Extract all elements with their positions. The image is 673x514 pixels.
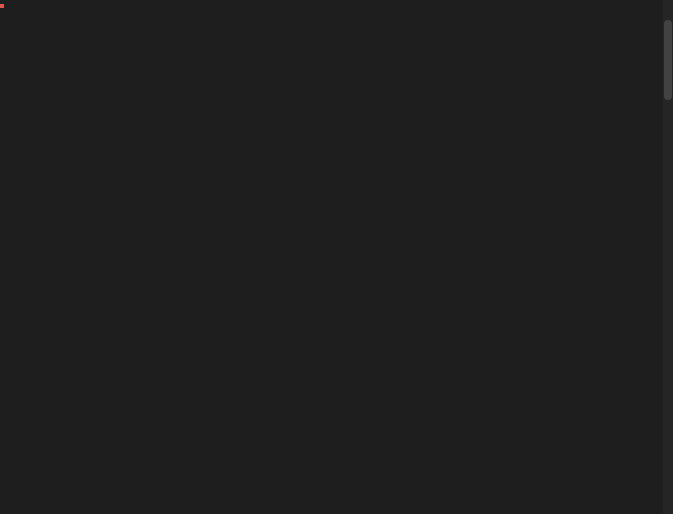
scrollbar-thumb[interactable] <box>664 20 672 100</box>
highlight-outline <box>0 4 4 8</box>
scrollbar[interactable] <box>663 0 673 514</box>
code-editor <box>0 0 673 514</box>
